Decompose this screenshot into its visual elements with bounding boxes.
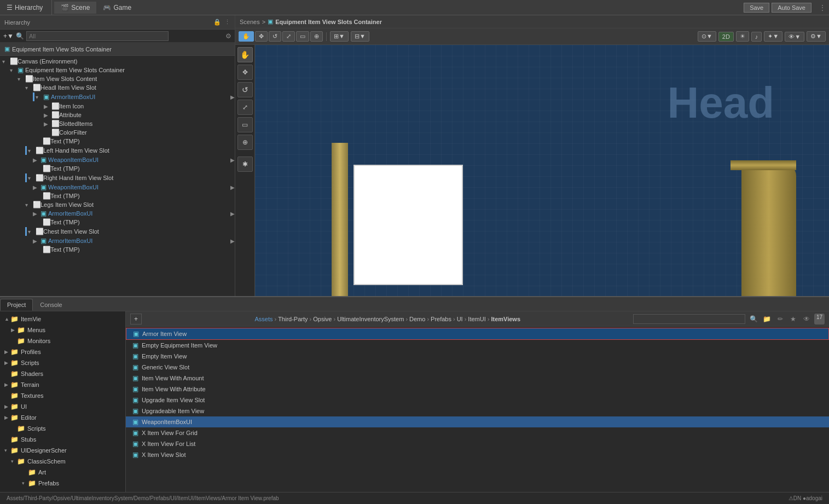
sidebar-shaders[interactable]: 📁 Shaders xyxy=(0,368,125,379)
bc-itemui[interactable]: ItemUI xyxy=(468,316,485,322)
file-generic[interactable]: ▣ Generic View Slot xyxy=(126,362,829,373)
add-icon[interactable]: +▼ xyxy=(3,32,14,40)
auto-save-button[interactable]: Auto Save xyxy=(772,3,811,13)
sidebar-scripts[interactable]: ▶ 📁 Scripts xyxy=(0,357,125,368)
tree-item-text-left[interactable]: ▶ ⬜ Text (TMP) xyxy=(0,164,235,173)
expand-arrow-armor[interactable]: ▶ xyxy=(230,94,235,100)
lock-icon[interactable]: 🔒 xyxy=(213,19,221,26)
expand-arrow-weapon-left[interactable]: ▶ xyxy=(230,157,235,163)
sidebar-menus[interactable]: ▶ 📁 Menus xyxy=(0,325,125,335)
tree-item-equip[interactable]: ▾ ▣ Equipment Item View Slots Container xyxy=(0,66,235,74)
hierarchy-tab[interactable]: ☰ Hierarchy xyxy=(0,2,49,14)
crosshair-btn[interactable]: ✥ xyxy=(237,65,253,80)
sidebar-terrain[interactable]: ▶ 📁 Terrain xyxy=(0,379,125,390)
file-upgrade-slot[interactable]: ▣ Upgrade Item View Slot xyxy=(126,395,829,405)
sidebar-art[interactable]: 📁 Art xyxy=(0,467,125,478)
menu-icon[interactable]: ⋮ xyxy=(816,4,829,11)
tree-item-legs[interactable]: ▾ ⬜ Legs Item View Slot xyxy=(0,200,235,209)
bc-demo[interactable]: Demo xyxy=(409,316,425,322)
sidebar-itemvie[interactable]: ▲ 📁 ItemVie xyxy=(0,314,125,325)
tree-item-armor-head[interactable]: ▾ ▣ ArmorItemBoxUI ▶ xyxy=(0,92,235,102)
audio-btn[interactable]: ♪ xyxy=(751,32,762,42)
tree-item-right-hand[interactable]: ▾ ⬜ Right Hand Item View Slot xyxy=(0,173,235,183)
tree-item-armor-legs[interactable]: ▶ ▣ ArmorItemBoxUI ▶ xyxy=(0,209,235,218)
tree-item-slots-content[interactable]: ▾ ⬜ Item View Slots Content xyxy=(0,74,235,83)
tree-item-slotted[interactable]: ▶ ⬜ SlottedItems xyxy=(0,119,235,128)
sidebar-profiles[interactable]: ▶ 📁 Profiles xyxy=(0,346,125,357)
file-armor-item-view[interactable]: ▣ Armor Item View xyxy=(126,328,829,340)
move-tool[interactable]: ✥ xyxy=(255,31,268,42)
search-settings-icon[interactable]: ⚙ xyxy=(225,32,231,40)
project-tab[interactable]: Project xyxy=(0,299,33,311)
tree-item-headl[interactable]: ▾ ⬜ Headl Item View Slot xyxy=(0,83,235,92)
menu-dots-icon[interactable]: ⋮ xyxy=(224,19,230,26)
tree-item-weapon-left[interactable]: ▶ ▣ WeaponItemBoxUI ▶ xyxy=(0,155,235,164)
scale-strip-btn[interactable]: ⤢ xyxy=(237,100,253,115)
search-icon-btn[interactable]: 🔍 xyxy=(749,314,760,325)
bc-opsive[interactable]: Opsive xyxy=(313,316,332,322)
expand-arrow-weapon-right[interactable]: ▶ xyxy=(230,184,235,190)
scale-tool[interactable]: ⤢ xyxy=(282,31,295,42)
tree-item-armor-chest[interactable]: ▶ ▣ ArmorItemBoxUI ▶ xyxy=(0,236,235,245)
bc-thirdparty[interactable]: Third-Party xyxy=(278,316,308,322)
hierarchy-search-input[interactable] xyxy=(26,31,169,41)
tree-item-text-right[interactable]: ▶ ⬜ Text (TMP) xyxy=(0,192,235,200)
folder-icon-btn[interactable]: 📁 xyxy=(762,314,773,325)
sidebar-prefabs[interactable]: ▾ 📁 Prefabs xyxy=(0,478,125,489)
tree-item-colorfilter[interactable]: ▶ ⬜ ColorFilter xyxy=(0,128,235,137)
expand-arrow-armor-legs[interactable]: ▶ xyxy=(230,211,235,217)
transform-tool[interactable]: ⊕ xyxy=(310,31,323,42)
sidebar-textures[interactable]: 📁 Textures xyxy=(0,390,125,401)
sidebar-stubs[interactable]: 📁 Stubs xyxy=(0,434,125,445)
rect-tool[interactable]: ▭ xyxy=(296,31,309,42)
tree-item-text-legs[interactable]: ▶ ⬜ Text (TMP) xyxy=(0,218,235,227)
file-empty-equip[interactable]: ▣ Empty Equipment Item View xyxy=(126,340,829,351)
eye-icon-btn[interactable]: 👁 xyxy=(801,314,812,325)
hand-tool[interactable]: ✋ xyxy=(239,31,254,42)
bc-itemviews[interactable]: ItemViews xyxy=(491,316,520,322)
sidebar-monitors[interactable]: 📁 Monitors xyxy=(0,335,125,346)
tree-item-weapon-right[interactable]: ▶ ▣ WeaponItemBoxUI ▶ xyxy=(0,183,235,192)
sidebar-ui[interactable]: ▶ 📁 UI xyxy=(0,401,125,412)
save-button[interactable]: Save xyxy=(744,3,769,13)
scenes-breadcrumb[interactable]: Scenes xyxy=(240,19,260,25)
tree-item-chest[interactable]: ▾ ⬜ Chest Item View Slot xyxy=(0,227,235,236)
file-x-list[interactable]: ▣ X Item View For List xyxy=(126,438,829,449)
gizmos-btn[interactable]: ⚙▼ xyxy=(807,31,826,42)
star-icon-btn[interactable]: ★ xyxy=(788,314,799,325)
sidebar-classicschem[interactable]: ▾ 📁 ClassicSchem xyxy=(0,456,125,467)
sidebar-uidesigner[interactable]: ▾ 📁 UIDesignerScher xyxy=(0,445,125,456)
grid-btn[interactable]: ⊞▼ xyxy=(330,31,349,42)
hand-strip-btn[interactable]: ✋ xyxy=(237,47,253,62)
file-x-grid[interactable]: ▣ X Item View For Grid xyxy=(126,427,829,438)
bc-assets[interactable]: Assets xyxy=(254,316,273,322)
tree-item-attribute[interactable]: ▶ ⬜ Attribute xyxy=(0,111,235,119)
file-weapon-box[interactable]: ▣ WeaponItemBoxUI xyxy=(126,416,829,427)
game-tab[interactable]: 🎮 Game xyxy=(96,2,138,14)
rotate-strip-btn[interactable]: ↺ xyxy=(237,82,253,97)
bc-uis[interactable]: UltimateInventorySystem xyxy=(337,316,404,322)
expand-arrow-armor-chest[interactable]: ▶ xyxy=(230,238,235,244)
2d-btn[interactable]: 2D xyxy=(718,32,734,42)
scene-tab[interactable]: 🎬 Scene xyxy=(54,2,96,14)
fx-btn[interactable]: ✦▼ xyxy=(764,31,782,42)
add-folder-btn[interactable]: + xyxy=(130,314,142,325)
scene-view[interactable]: Head xyxy=(255,45,829,296)
custom-strip-btn[interactable]: ✱ xyxy=(237,157,253,172)
file-upgradeable[interactable]: ▣ Upgradeable Item View xyxy=(126,405,829,416)
snap-btn[interactable]: ⊟▼ xyxy=(351,31,369,42)
tree-item-text-head[interactable]: ▶ ⬜ Text (TMP) xyxy=(0,137,235,146)
sidebar-editor[interactable]: ▶ 📁 Editor xyxy=(0,412,125,423)
light-btn[interactable]: ☀ xyxy=(736,31,749,42)
tree-item-left-hand[interactable]: ▾ ⬜ Left Hand Item View Slot xyxy=(0,146,235,155)
transform-strip-btn[interactable]: ⊕ xyxy=(237,135,253,150)
file-empty-item[interactable]: ▣ Empty Item View xyxy=(126,351,829,362)
rotate-tool[interactable]: ↺ xyxy=(269,31,281,42)
tree-item-canvas[interactable]: ▾ ⬜ Canvas (Environment) xyxy=(0,57,235,66)
hidden-btn[interactable]: 👁▼ xyxy=(785,32,804,42)
file-item-amount[interactable]: ▣ Item View With Amount xyxy=(126,373,829,384)
rect-strip-btn[interactable]: ▭ xyxy=(237,117,253,132)
tree-item-item-icon[interactable]: ▶ ⬜ Item Icon xyxy=(0,102,235,111)
bc-prefabs[interactable]: Prefabs xyxy=(431,316,451,322)
view-btn[interactable]: ⊙▼ xyxy=(698,31,716,42)
